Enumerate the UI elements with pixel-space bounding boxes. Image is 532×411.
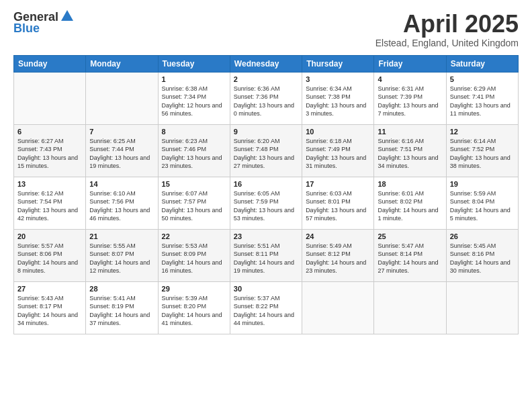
calendar-cell: 22Sunrise: 5:53 AMSunset: 8:09 PMDayligh… — [158, 229, 230, 281]
day-number: 1 — [162, 75, 226, 83]
day-info: Sunrise: 6:18 AMSunset: 7:49 PMDaylight:… — [306, 137, 370, 171]
calendar-cell: 30Sunrise: 5:37 AMSunset: 8:22 PMDayligh… — [230, 281, 302, 334]
day-info: Sunrise: 6:23 AMSunset: 7:46 PMDaylight:… — [162, 137, 226, 171]
day-number: 12 — [450, 128, 515, 136]
day-number: 27 — [17, 285, 82, 293]
calendar-table: Sunday Monday Tuesday Wednesday Thursday… — [13, 55, 519, 334]
col-saturday: Saturday — [446, 55, 518, 72]
calendar-cell: 29Sunrise: 5:39 AMSunset: 8:20 PMDayligh… — [158, 281, 230, 334]
day-number: 15 — [162, 180, 226, 188]
day-number: 7 — [89, 128, 154, 136]
day-info: Sunrise: 6:07 AMSunset: 7:57 PMDaylight:… — [162, 189, 226, 223]
calendar-cell: 16Sunrise: 6:05 AMSunset: 7:59 PMDayligh… — [230, 177, 302, 229]
day-number: 14 — [89, 180, 154, 188]
day-info: Sunrise: 6:27 AMSunset: 7:43 PMDaylight:… — [17, 137, 82, 171]
day-info: Sunrise: 5:49 AMSunset: 8:12 PMDaylight:… — [306, 242, 370, 275]
col-monday: Monday — [86, 55, 158, 72]
calendar-cell: 10Sunrise: 6:18 AMSunset: 7:49 PMDayligh… — [302, 124, 374, 177]
calendar-cell: 8Sunrise: 6:23 AMSunset: 7:46 PMDaylight… — [158, 124, 230, 177]
day-info: Sunrise: 6:29 AMSunset: 7:41 PMDaylight:… — [450, 85, 515, 118]
day-info: Sunrise: 6:05 AMSunset: 7:59 PMDaylight:… — [234, 189, 298, 223]
col-tuesday: Tuesday — [158, 55, 230, 72]
calendar-cell: 11Sunrise: 6:16 AMSunset: 7:51 PMDayligh… — [374, 124, 446, 177]
day-number: 18 — [378, 180, 442, 188]
day-info: Sunrise: 6:16 AMSunset: 7:51 PMDaylight:… — [378, 137, 442, 171]
day-number: 6 — [17, 128, 82, 136]
day-info: Sunrise: 5:51 AMSunset: 8:11 PMDaylight:… — [234, 242, 298, 275]
calendar-cell: 24Sunrise: 5:49 AMSunset: 8:12 PMDayligh… — [302, 229, 374, 281]
day-info: Sunrise: 6:31 AMSunset: 7:39 PMDaylight:… — [378, 85, 442, 118]
calendar-week-row: 1Sunrise: 6:38 AMSunset: 7:34 PMDaylight… — [14, 72, 519, 124]
day-info: Sunrise: 6:03 AMSunset: 8:01 PMDaylight:… — [306, 189, 370, 223]
calendar-cell — [302, 281, 374, 334]
day-number: 9 — [234, 128, 298, 136]
day-info: Sunrise: 6:12 AMSunset: 7:54 PMDaylight:… — [17, 189, 82, 223]
calendar-cell: 20Sunrise: 5:57 AMSunset: 8:06 PMDayligh… — [14, 229, 86, 281]
calendar-cell — [86, 72, 158, 124]
calendar-cell: 23Sunrise: 5:51 AMSunset: 8:11 PMDayligh… — [230, 229, 302, 281]
calendar-cell — [374, 281, 446, 334]
col-wednesday: Wednesday — [230, 55, 302, 72]
logo: General Blue — [13, 11, 73, 36]
day-info: Sunrise: 5:39 AMSunset: 8:20 PMDaylight:… — [162, 294, 226, 328]
calendar-cell: 15Sunrise: 6:07 AMSunset: 7:57 PMDayligh… — [158, 177, 230, 229]
day-number: 19 — [450, 180, 515, 188]
calendar-cell: 12Sunrise: 6:14 AMSunset: 7:52 PMDayligh… — [446, 124, 518, 177]
day-number: 11 — [378, 128, 442, 136]
day-number: 24 — [306, 232, 370, 240]
day-number: 16 — [234, 180, 298, 188]
calendar-cell: 9Sunrise: 6:20 AMSunset: 7:48 PMDaylight… — [230, 124, 302, 177]
day-number: 28 — [89, 285, 154, 293]
day-number: 2 — [234, 75, 298, 83]
day-info: Sunrise: 6:20 AMSunset: 7:48 PMDaylight:… — [234, 137, 298, 171]
day-info: Sunrise: 6:38 AMSunset: 7:34 PMDaylight:… — [162, 85, 226, 118]
day-number: 20 — [17, 232, 82, 240]
calendar-cell: 13Sunrise: 6:12 AMSunset: 7:54 PMDayligh… — [14, 177, 86, 229]
calendar-cell: 3Sunrise: 6:34 AMSunset: 7:38 PMDaylight… — [302, 72, 374, 124]
calendar-cell — [14, 72, 86, 124]
day-number: 25 — [378, 232, 442, 240]
calendar-week-row: 20Sunrise: 5:57 AMSunset: 8:06 PMDayligh… — [14, 229, 519, 281]
day-info: Sunrise: 5:57 AMSunset: 8:06 PMDaylight:… — [17, 242, 82, 275]
day-number: 8 — [162, 128, 226, 136]
calendar-header-row: Sunday Monday Tuesday Wednesday Thursday… — [14, 55, 519, 72]
calendar-cell: 1Sunrise: 6:38 AMSunset: 7:34 PMDaylight… — [158, 72, 230, 124]
calendar-cell: 28Sunrise: 5:41 AMSunset: 8:19 PMDayligh… — [86, 281, 158, 334]
calendar-cell: 21Sunrise: 5:55 AMSunset: 8:07 PMDayligh… — [86, 229, 158, 281]
calendar-week-row: 6Sunrise: 6:27 AMSunset: 7:43 PMDaylight… — [14, 124, 519, 177]
calendar-cell: 2Sunrise: 6:36 AMSunset: 7:36 PMDaylight… — [230, 72, 302, 124]
calendar-week-row: 13Sunrise: 6:12 AMSunset: 7:54 PMDayligh… — [14, 177, 519, 229]
day-number: 13 — [17, 180, 82, 188]
day-info: Sunrise: 6:34 AMSunset: 7:38 PMDaylight:… — [306, 85, 370, 118]
day-info: Sunrise: 5:37 AMSunset: 8:22 PMDaylight:… — [234, 294, 298, 328]
day-number: 17 — [306, 180, 370, 188]
calendar-cell: 4Sunrise: 6:31 AMSunset: 7:39 PMDaylight… — [374, 72, 446, 124]
calendar-cell: 14Sunrise: 6:10 AMSunset: 7:56 PMDayligh… — [86, 177, 158, 229]
day-number: 21 — [89, 232, 154, 240]
logo-blue-text: Blue — [13, 21, 40, 36]
calendar-cell: 6Sunrise: 6:27 AMSunset: 7:43 PMDaylight… — [14, 124, 86, 177]
day-number: 30 — [234, 285, 298, 293]
day-number: 4 — [378, 75, 442, 83]
day-info: Sunrise: 6:14 AMSunset: 7:52 PMDaylight:… — [450, 137, 515, 171]
calendar-cell: 17Sunrise: 6:03 AMSunset: 8:01 PMDayligh… — [302, 177, 374, 229]
calendar-cell: 26Sunrise: 5:45 AMSunset: 8:16 PMDayligh… — [446, 229, 518, 281]
day-number: 10 — [306, 128, 370, 136]
day-info: Sunrise: 6:36 AMSunset: 7:36 PMDaylight:… — [234, 85, 298, 118]
calendar-cell — [446, 281, 518, 334]
day-info: Sunrise: 6:01 AMSunset: 8:02 PMDaylight:… — [378, 189, 442, 223]
calendar-cell: 5Sunrise: 6:29 AMSunset: 7:41 PMDaylight… — [446, 72, 518, 124]
day-number: 22 — [162, 232, 226, 240]
calendar-title-block: April 2025 Elstead, England, United King… — [375, 11, 519, 48]
day-number: 5 — [450, 75, 515, 83]
calendar-cell: 18Sunrise: 6:01 AMSunset: 8:02 PMDayligh… — [374, 177, 446, 229]
day-info: Sunrise: 5:43 AMSunset: 8:17 PMDaylight:… — [17, 294, 82, 328]
col-thursday: Thursday — [302, 55, 374, 72]
day-number: 26 — [450, 232, 515, 240]
logo-icon — [61, 10, 73, 21]
day-info: Sunrise: 6:10 AMSunset: 7:56 PMDaylight:… — [89, 189, 154, 223]
svg-marker-0 — [61, 10, 73, 21]
day-info: Sunrise: 5:41 AMSunset: 8:19 PMDaylight:… — [89, 294, 154, 328]
calendar-week-row: 27Sunrise: 5:43 AMSunset: 8:17 PMDayligh… — [14, 281, 519, 334]
day-info: Sunrise: 5:45 AMSunset: 8:16 PMDaylight:… — [450, 242, 515, 275]
